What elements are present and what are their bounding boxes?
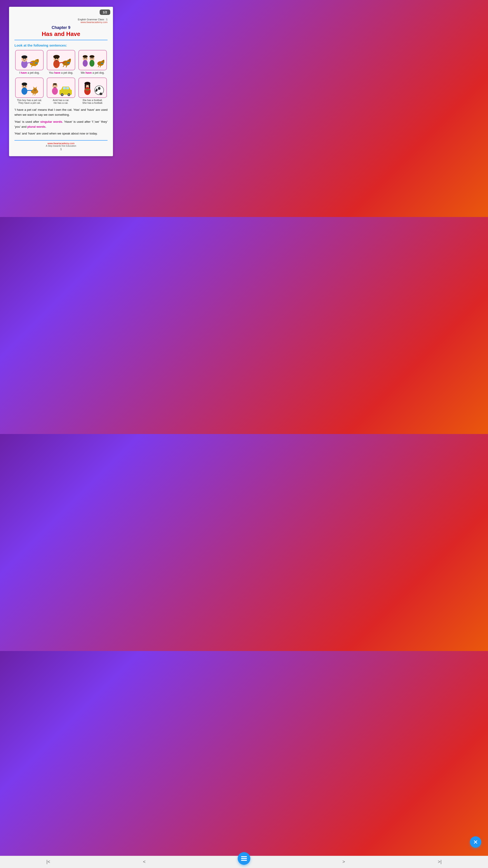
svg-point-46: [22, 83, 27, 86]
svg-point-8: [22, 55, 27, 59]
illustration-child-dog: [48, 51, 73, 69]
class-label: English Grammar Class : 1: [14, 18, 107, 21]
illustration-girl-football: [80, 79, 105, 97]
svg-point-60: [53, 85, 54, 86]
svg-point-21: [57, 58, 58, 59]
image-cell-6: Ria has a football. She has a football.: [78, 78, 107, 104]
svg-point-20: [55, 58, 56, 59]
chapter-label: Chapter 9: [14, 25, 107, 30]
svg-point-18: [53, 55, 60, 59]
svg-rect-52: [63, 87, 66, 89]
footer-tagline: A Step towards free Education: [14, 145, 107, 147]
illustration-boy-cat: [17, 79, 42, 97]
image-grid-row1: I have a pet dog.: [14, 50, 107, 74]
image-box-3: [78, 50, 107, 70]
svg-point-61: [56, 85, 57, 86]
svg-point-29: [83, 55, 88, 58]
svg-rect-16: [67, 62, 70, 63]
svg-point-47: [22, 88, 27, 95]
svg-point-48: [23, 86, 24, 87]
svg-point-57: [68, 94, 70, 95]
have-word-2: have: [54, 71, 60, 74]
image-box-2: [47, 50, 75, 70]
section-heading: Look at the following sentences:: [14, 43, 107, 47]
svg-rect-5: [35, 63, 38, 64]
plural-words-highlight: plural words: [27, 125, 45, 128]
image-grid-row2: This boy has a pet cat. They have a pet …: [14, 78, 107, 104]
svg-point-15: [69, 59, 70, 60]
image-box-6: [78, 78, 107, 98]
svg-point-35: [90, 60, 94, 67]
blue-divider: [14, 40, 107, 40]
svg-point-72: [86, 85, 87, 86]
image-box-5: [47, 78, 75, 98]
caption-2: You have a pet dog.: [49, 71, 73, 74]
image-box-4: [15, 78, 43, 98]
caption-3: We have a pet dog.: [80, 71, 104, 74]
top-right-info: English Grammar Class : 1 www.tiwariacad…: [14, 18, 107, 24]
have-word-3: have: [86, 71, 92, 74]
svg-point-44: [35, 89, 36, 90]
svg-point-9: [23, 59, 24, 59]
svg-rect-38: [17, 79, 42, 97]
image-cell-4: This boy has a pet cat. They have a pet …: [14, 78, 44, 104]
svg-point-40: [33, 88, 37, 92]
svg-point-34: [90, 55, 94, 58]
svg-rect-27: [101, 63, 103, 64]
illustration-two-children-dog: [80, 51, 105, 69]
page-counter: 1/2: [100, 9, 110, 15]
svg-point-71: [84, 87, 91, 95]
image-cell-5: Amit has a car. He has a car.: [46, 78, 76, 104]
footer-website: www.tiwariacademy.com: [14, 142, 107, 145]
svg-point-26: [103, 60, 104, 61]
description-para-3: 'Has' and 'have' are used when we speak …: [14, 131, 107, 136]
svg-point-32: [86, 58, 87, 59]
svg-point-30: [83, 60, 88, 67]
illustration-man-car: [48, 79, 73, 97]
illustration-boy-dog-1: [17, 51, 42, 69]
description-para-2: 'Has' is used after singular words. 'Hav…: [14, 119, 107, 129]
svg-point-10: [25, 59, 26, 59]
chapter-title: Has and Have: [14, 31, 107, 37]
svg-point-19: [53, 60, 60, 68]
caption-4: This boy has a pet cat. They have a pet …: [17, 99, 42, 104]
footer-page-num: 1: [14, 148, 107, 151]
svg-point-59: [52, 88, 58, 95]
singular-words-highlight: singular words: [40, 120, 62, 123]
have-word-1: have: [21, 71, 27, 74]
page-card: 1/2 A English Grammar Class : 1 www.tiwa…: [9, 7, 113, 156]
svg-point-73: [88, 85, 89, 86]
svg-point-4: [37, 59, 38, 60]
svg-point-3: [37, 59, 39, 62]
page-footer: www.tiwariacademy.com A Step towards fre…: [14, 140, 107, 151]
image-cell-2: You have a pet dog.: [46, 50, 76, 74]
image-box-1: [15, 50, 43, 70]
description-para-1: 'I have a pet cat' means that I own the …: [14, 107, 107, 118]
svg-rect-53: [66, 87, 69, 89]
image-cell-1: I have a pet dog.: [14, 50, 44, 74]
caption-5: Amit has a car. He has a car.: [53, 99, 69, 104]
svg-point-43: [34, 89, 35, 90]
header-website: www.tiwariacademy.com: [14, 21, 107, 24]
image-cell-3: We have a pet dog.: [78, 50, 107, 74]
svg-point-55: [61, 94, 63, 95]
caption-6: Ria has a football. She has a football.: [82, 99, 103, 104]
svg-point-36: [91, 58, 92, 59]
svg-point-37: [92, 58, 93, 59]
caption-1: I have a pet dog.: [19, 71, 40, 74]
svg-point-49: [25, 86, 26, 87]
svg-point-31: [84, 58, 85, 59]
